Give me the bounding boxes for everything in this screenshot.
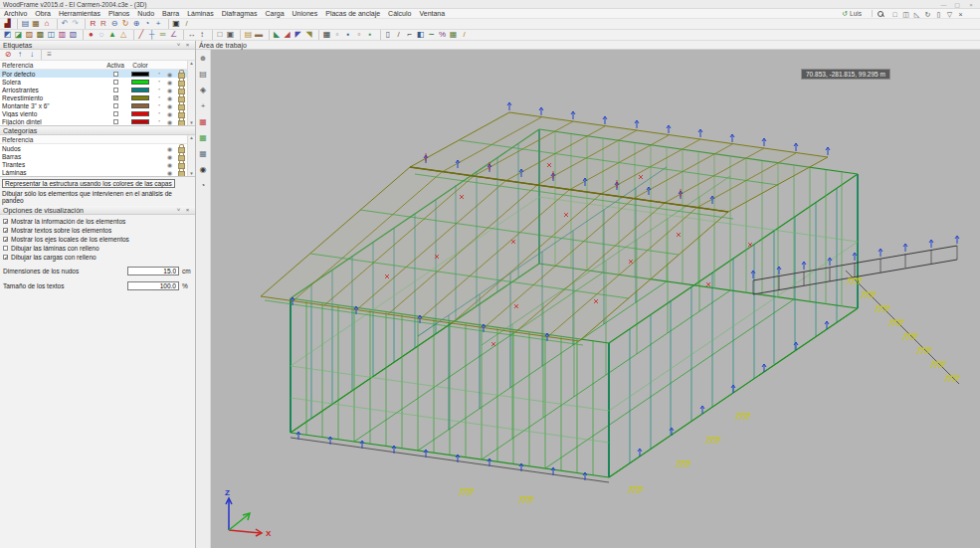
local-axes-icon[interactable]: ◣ [269,30,282,40]
percent-icon[interactable]: % [438,30,448,40]
select-tool-icon[interactable]: ☻ [197,52,210,65]
layer-lock-icon[interactable] [177,93,184,101]
category-visibility-icon[interactable]: ◉ [164,169,175,176]
move-tool-icon[interactable]: + [197,99,210,112]
new-node-icon[interactable]: ● [83,30,96,40]
menu-archivo[interactable]: Archivo [0,10,31,17]
menu-ventana[interactable]: Ventana [415,10,449,17]
layer-color-swatch[interactable] [131,103,149,108]
ruler-icon[interactable]: ◺ [912,9,922,18]
layer-visibility-icon[interactable]: ◉ [164,118,175,125]
maximize-button[interactable]: ▢ [951,1,963,8]
select-window-icon[interactable]: ▩ [36,30,46,40]
category-lock-icon[interactable] [177,152,184,160]
layer-color-swatch[interactable] [131,119,149,124]
eye-icon[interactable]: ◉ [197,163,210,176]
filter-icon[interactable]: ▽ [945,9,955,18]
layer-style-icon[interactable]: ◔ [153,79,164,85]
search-icon[interactable] [877,10,884,18]
gray-table-icon[interactable]: ▦ [197,147,210,160]
layer-visibility-icon[interactable]: ◉ [164,71,175,78]
home-icon[interactable]: ⌂ [42,19,52,29]
results-icon[interactable]: ▪ [343,30,353,40]
layer-style-icon[interactable]: ◔ [153,110,164,116]
report-icon[interactable]: ▤ [17,19,30,29]
option-row[interactable]: Mostrar la información de los elementos [2,217,195,226]
menu-obra[interactable]: Obra [31,10,55,17]
layer-style-icon[interactable]: ◔ [153,94,164,100]
option-row[interactable]: Dibujar las láminas con relleno [2,244,195,253]
layer-row[interactable]: Solera ◔ ◉ [0,78,195,86]
layer-row[interactable]: Fijación dintel ◔ ◉ [0,117,195,125]
layer-color-swatch[interactable] [131,80,149,85]
loads-icon[interactable]: ◢ [283,30,293,40]
layer-row[interactable]: Revestimiento ◔ ◉ [0,93,195,101]
option-row[interactable]: Mostrar textos sobre los elementos [2,226,195,235]
show-info-checkbox[interactable] [3,219,8,224]
redo-icon[interactable]: ↷ [71,19,81,29]
layer-row[interactable]: Por defecto ◔ ◉ [0,70,195,78]
layer-active-checkbox[interactable] [113,95,118,100]
edit-notes-icon[interactable]: / [394,30,404,40]
split-window-icon[interactable]: ◫ [901,9,911,18]
layer-row[interactable]: Montante 3" x 6" ◔ ◉ [0,101,195,109]
menu-carga[interactable]: Carga [261,10,288,17]
move-layer-up-icon[interactable]: ↑ [15,50,25,60]
layer-lock-icon[interactable] [177,117,184,125]
menu-calculo[interactable]: Cálculo [384,10,415,17]
categories-scrollbar[interactable]: ▲▼ [187,135,195,176]
undo-icon[interactable]: ↶ [57,19,70,29]
layer-color-swatch[interactable] [131,88,149,92]
project-icon[interactable]: ▟ [3,19,13,29]
fill-loads-checkbox[interactable] [3,255,8,260]
table-icon[interactable]: ▦ [449,30,459,40]
page-icon[interactable]: ▯ [934,9,944,18]
regen-window-icon[interactable]: R [98,19,108,29]
structure-model[interactable]: Z X [211,50,980,548]
move-node-icon[interactable]: ◌ [97,30,106,40]
layer-visibility-icon[interactable]: ◉ [164,87,175,93]
category-lock-icon[interactable] [177,168,184,176]
layer-visibility-icon[interactable]: ◉ [164,102,175,109]
layer-lock-icon[interactable] [177,109,184,117]
load-cases-icon[interactable]: ◤ [294,30,303,40]
dimension-icon[interactable]: ⌐ [405,30,415,40]
rotate-view-icon[interactable]: ↻ [923,9,933,18]
layer-active-checkbox[interactable] [113,80,118,85]
window-icon[interactable]: □ [890,9,900,18]
delete-layer-icon[interactable]: ⊘ [3,50,13,60]
wave-icon[interactable]: ∼ [427,30,437,40]
layer-lock-icon[interactable] [177,86,184,93]
layer-color-swatch[interactable] [131,72,149,77]
selection-filter-icon[interactable]: ▥ [58,30,68,40]
refresh-icon[interactable]: ↻ [120,19,130,29]
reactions-icon[interactable]: ▪ [365,30,375,40]
close-panel-icon[interactable]: × [183,42,192,48]
layers-scrollbar[interactable]: ▲▼ [187,61,195,125]
close-section-icon[interactable]: × [183,207,192,213]
layer-active-checkbox[interactable] [113,72,118,77]
layer-lock-icon[interactable] [177,101,184,109]
category-lock-icon[interactable] [177,160,184,168]
layer-style-icon[interactable]: ◔ [153,102,164,108]
combinations-icon[interactable]: ◥ [304,30,314,40]
bar-angle-icon[interactable]: ∠ [169,30,179,40]
zoom-in-icon[interactable]: ⊕ [131,19,141,29]
layer-row[interactable]: Arriostrantes ◔ ◉ [0,86,195,93]
select-nodes-icon[interactable]: ◩ [3,30,13,40]
menu-uniones[interactable]: Uniones [289,10,322,17]
red-table-icon[interactable]: ▦ [197,115,210,128]
category-visibility-icon[interactable]: ◉ [164,161,175,168]
menu-barra[interactable]: Barra [158,10,183,17]
option-row[interactable]: Dibujar las cargas con relleno [2,253,195,262]
category-visibility-icon[interactable]: ◉ [164,153,175,160]
menu-nudo[interactable]: Nudo [133,10,158,17]
layer-lock-icon[interactable] [177,70,184,78]
text-size-input[interactable] [127,281,179,290]
divide-bar-icon[interactable]: ┼ [147,30,157,40]
close-view-icon[interactable]: × [956,9,966,18]
history-icon[interactable]: ◔ [197,179,210,192]
selection-box-filled-icon[interactable]: ▣ [226,30,236,40]
layer-color-swatch[interactable] [131,111,149,116]
layer-active-checkbox[interactable] [113,119,118,124]
